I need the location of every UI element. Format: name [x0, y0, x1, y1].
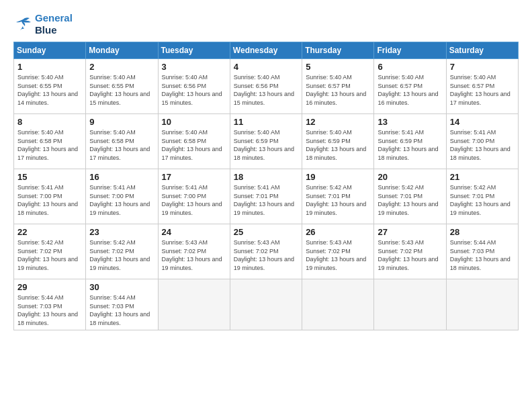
daylight-label: Daylight: 13 hours and 19 minutes. — [378, 201, 438, 216]
day-info: Sunrise: 5:43 AM Sunset: 7:02 PM Dayligh… — [234, 238, 298, 272]
sunrise-label: Sunrise: 5:41 AM — [89, 184, 136, 191]
day-info: Sunrise: 5:41 AM Sunset: 7:00 PM Dayligh… — [89, 183, 154, 217]
sunrise-label: Sunrise: 5:43 AM — [306, 239, 352, 246]
day-number: 23 — [89, 227, 154, 237]
sunrise-label: Sunrise: 5:40 AM — [234, 129, 280, 136]
day-info: Sunrise: 5:40 AM Sunset: 6:59 PM Dayligh… — [306, 128, 370, 162]
calendar-cell: 23 Sunrise: 5:42 AM Sunset: 7:02 PM Dayl… — [86, 224, 158, 279]
day-info: Sunrise: 5:44 AM Sunset: 7:03 PM Dayligh… — [89, 293, 154, 327]
sunrise-label: Sunrise: 5:42 AM — [306, 184, 352, 191]
day-number: 12 — [306, 117, 370, 127]
calendar-cell — [230, 279, 302, 330]
day-info: Sunrise: 5:42 AM Sunset: 7:01 PM Dayligh… — [378, 183, 442, 217]
calendar-cell: 1 Sunrise: 5:40 AM Sunset: 6:55 PM Dayli… — [14, 59, 86, 114]
calendar-cell: 26 Sunrise: 5:43 AM Sunset: 7:02 PM Dayl… — [302, 224, 374, 279]
calendar-cell: 14 Sunrise: 5:41 AM Sunset: 7:00 PM Dayl… — [446, 114, 518, 169]
daylight-label: Daylight: 13 hours and 15 minutes. — [89, 91, 150, 106]
daylight-label: Daylight: 13 hours and 18 minutes. — [17, 311, 78, 326]
calendar-week-row: 8 Sunrise: 5:40 AM Sunset: 6:58 PM Dayli… — [14, 114, 519, 169]
daylight-label: Daylight: 13 hours and 19 minutes. — [162, 256, 222, 271]
sunset-label: Sunset: 6:59 PM — [378, 138, 423, 144]
sunrise-label: Sunrise: 5:44 AM — [450, 239, 496, 246]
daylight-label: Daylight: 13 hours and 19 minutes. — [306, 201, 366, 216]
daylight-label: Daylight: 13 hours and 17 minutes. — [450, 91, 511, 106]
day-number: 28 — [450, 227, 515, 237]
weekday-header: Tuesday — [158, 42, 230, 59]
day-info: Sunrise: 5:44 AM Sunset: 7:03 PM Dayligh… — [450, 238, 515, 272]
day-number: 17 — [162, 172, 226, 182]
sunset-label: Sunset: 7:02 PM — [306, 248, 351, 255]
calendar-cell: 27 Sunrise: 5:43 AM Sunset: 7:02 PM Dayl… — [374, 224, 446, 279]
daylight-label: Daylight: 13 hours and 19 minutes. — [89, 256, 150, 271]
day-number: 5 — [306, 62, 370, 72]
sunset-label: Sunset: 6:55 PM — [17, 83, 62, 89]
calendar-cell: 5 Sunrise: 5:40 AM Sunset: 6:57 PM Dayli… — [302, 59, 374, 114]
calendar-cell: 12 Sunrise: 5:40 AM Sunset: 6:59 PM Dayl… — [302, 114, 374, 169]
sunrise-label: Sunrise: 5:40 AM — [162, 129, 208, 136]
weekday-header: Monday — [86, 42, 158, 59]
day-number: 15 — [17, 172, 82, 182]
day-number: 4 — [234, 62, 298, 72]
sunset-label: Sunset: 6:55 PM — [89, 83, 134, 89]
daylight-label: Daylight: 13 hours and 15 minutes. — [162, 91, 222, 106]
calendar-cell: 24 Sunrise: 5:43 AM Sunset: 7:02 PM Dayl… — [158, 224, 230, 279]
calendar-cell: 22 Sunrise: 5:42 AM Sunset: 7:02 PM Dayl… — [14, 224, 86, 279]
day-number: 26 — [306, 227, 370, 237]
day-info: Sunrise: 5:41 AM Sunset: 7:00 PM Dayligh… — [17, 183, 82, 217]
sunrise-label: Sunrise: 5:43 AM — [234, 239, 280, 246]
logo-text: General Blue — [35, 12, 73, 36]
logo: General Blue — [13, 12, 73, 36]
day-info: Sunrise: 5:43 AM Sunset: 7:02 PM Dayligh… — [162, 238, 226, 272]
calendar-cell: 7 Sunrise: 5:40 AM Sunset: 6:57 PM Dayli… — [446, 59, 518, 114]
calendar-cell: 11 Sunrise: 5:40 AM Sunset: 6:59 PM Dayl… — [230, 114, 302, 169]
sunrise-label: Sunrise: 5:43 AM — [378, 239, 424, 246]
day-number: 21 — [450, 172, 515, 182]
calendar-cell — [158, 279, 230, 330]
daylight-label: Daylight: 13 hours and 19 minutes. — [450, 201, 511, 216]
day-info: Sunrise: 5:40 AM Sunset: 6:57 PM Dayligh… — [306, 73, 370, 107]
sunset-label: Sunset: 7:03 PM — [17, 303, 62, 310]
day-number: 18 — [234, 172, 298, 182]
calendar-cell — [374, 279, 446, 330]
sunset-label: Sunset: 7:01 PM — [450, 193, 495, 199]
sunrise-label: Sunrise: 5:41 AM — [234, 184, 280, 191]
calendar-cell: 13 Sunrise: 5:41 AM Sunset: 6:59 PM Dayl… — [374, 114, 446, 169]
sunrise-label: Sunrise: 5:42 AM — [378, 184, 424, 191]
sunrise-label: Sunrise: 5:40 AM — [378, 74, 424, 81]
calendar-cell: 8 Sunrise: 5:40 AM Sunset: 6:58 PM Dayli… — [14, 114, 86, 169]
day-info: Sunrise: 5:44 AM Sunset: 7:03 PM Dayligh… — [17, 293, 82, 327]
sunset-label: Sunset: 7:00 PM — [450, 138, 495, 144]
logo-icon — [13, 17, 32, 32]
daylight-label: Daylight: 13 hours and 17 minutes. — [162, 146, 222, 161]
day-number: 11 — [234, 117, 298, 127]
sunset-label: Sunset: 6:57 PM — [450, 83, 495, 89]
sunrise-label: Sunrise: 5:40 AM — [234, 74, 280, 81]
day-info: Sunrise: 5:40 AM Sunset: 6:58 PM Dayligh… — [162, 128, 226, 162]
sunrise-label: Sunrise: 5:40 AM — [17, 129, 64, 136]
sunrise-label: Sunrise: 5:41 AM — [17, 184, 64, 191]
daylight-label: Daylight: 13 hours and 19 minutes. — [234, 201, 294, 216]
sunrise-label: Sunrise: 5:40 AM — [306, 74, 352, 81]
day-number: 30 — [89, 282, 154, 292]
weekday-header: Sunday — [14, 42, 86, 59]
day-info: Sunrise: 5:43 AM Sunset: 7:02 PM Dayligh… — [306, 238, 370, 272]
weekday-header: Friday — [374, 42, 446, 59]
day-info: Sunrise: 5:40 AM Sunset: 6:56 PM Dayligh… — [234, 73, 298, 107]
sunrise-label: Sunrise: 5:44 AM — [89, 294, 136, 301]
sunset-label: Sunset: 7:02 PM — [17, 248, 62, 255]
sunset-label: Sunset: 7:01 PM — [306, 193, 351, 199]
sunrise-label: Sunrise: 5:40 AM — [89, 74, 136, 81]
day-number: 20 — [378, 172, 442, 182]
daylight-label: Daylight: 13 hours and 18 minutes. — [89, 311, 150, 326]
day-number: 22 — [17, 227, 82, 237]
day-number: 7 — [450, 62, 515, 72]
day-number: 13 — [378, 117, 442, 127]
daylight-label: Daylight: 13 hours and 19 minutes. — [378, 256, 438, 271]
sunset-label: Sunset: 7:00 PM — [17, 193, 62, 199]
sunset-label: Sunset: 7:01 PM — [234, 193, 279, 199]
daylight-label: Daylight: 13 hours and 15 minutes. — [234, 91, 294, 106]
day-number: 1 — [17, 62, 82, 72]
sunset-label: Sunset: 7:02 PM — [162, 248, 207, 255]
calendar-cell: 28 Sunrise: 5:44 AM Sunset: 7:03 PM Dayl… — [446, 224, 518, 279]
calendar-body: 1 Sunrise: 5:40 AM Sunset: 6:55 PM Dayli… — [14, 59, 519, 330]
